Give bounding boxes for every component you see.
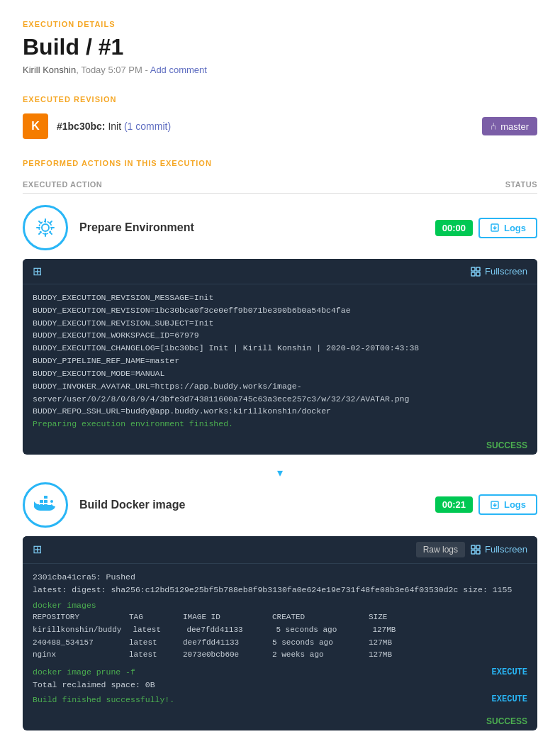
terminal-line: BUDDY_PIPELINE_REF_NAME=master xyxy=(33,355,527,367)
revision-info: #1bc30bc: Init (1 commit) xyxy=(57,121,171,132)
terminal-line: latest: digest: sha256:c12bd5129e25bf5b7… xyxy=(33,584,527,596)
fullscreen-btn-2[interactable]: Fullscreen xyxy=(471,544,527,555)
prepare-env-time: 00:00 xyxy=(435,220,473,236)
terminal-line: BUDDY_REPO_SSH_URL=buddy@app.buddy.works… xyxy=(33,405,527,418)
terminal-block-2: ⊞ Raw logs Fullscreen 2301cba41cra5: Pus… xyxy=(23,536,537,730)
revision-hash: #1bc30bc: xyxy=(57,121,105,132)
terminal-line: 2301cba41cra5: Pushed xyxy=(33,571,527,584)
terminal-1-header: ⊞ Fullscreen xyxy=(23,259,537,284)
prepare-env-right: 00:00 Logs xyxy=(435,218,537,238)
svg-point-13 xyxy=(50,500,53,503)
terminal-2-header-right: Raw logs Fullscreen xyxy=(416,542,527,557)
terminal-1-status: SUCCESS xyxy=(486,440,527,450)
terminal-success-line: Preparing execution environment finished… xyxy=(33,418,527,430)
revision-msg-text: Init xyxy=(108,121,121,132)
page-title: Build / #1 xyxy=(23,34,537,60)
branch-icon: ⑃ xyxy=(491,121,496,132)
docker-images-section: docker images REPOSITORY TAG IMAGE ID CR… xyxy=(33,599,527,706)
terminal-block-1: ⊞ Fullscreen BUDDY_EXECUTION_REVISION_ME… xyxy=(23,259,537,455)
svg-rect-6 xyxy=(476,272,480,276)
docker-logs-icon xyxy=(490,500,500,510)
col-action-header: EXECUTED ACTION xyxy=(23,180,102,189)
fullscreen-icon-2 xyxy=(471,545,481,555)
performed-actions-label: PERFORMED ACTIONS IN THIS EXECUTION xyxy=(23,159,537,167)
docker-action-name: Build Docker image xyxy=(79,499,424,511)
add-comment-link[interactable]: Add comment xyxy=(150,65,207,75)
svg-rect-12 xyxy=(44,496,47,499)
prepare-env-name: Prepare Environment xyxy=(79,221,424,234)
docker-icon-wrap xyxy=(23,482,68,528)
chevron-down-icon: ▾ xyxy=(277,466,283,479)
terminal-line: BUDDY_EXECUTION_WORKSPACE_ID=67979 xyxy=(33,329,527,342)
svg-rect-10 xyxy=(40,500,43,503)
timestamp: Today 5:07 PM xyxy=(81,65,142,75)
docker-table-row: nginx latest 2073e0bcb60e 2 weeks ago 12… xyxy=(33,649,527,662)
svg-rect-4 xyxy=(476,267,480,271)
docker-icon xyxy=(33,495,57,515)
action-row-docker: Build Docker image 00:21 Logs xyxy=(23,482,537,528)
docker-prune-cmd: docker image prune -f xyxy=(33,666,135,679)
executed-revision-label: EXECUTED REVISION xyxy=(23,95,537,104)
docker-images-cmd: docker images xyxy=(33,599,527,612)
svg-rect-15 xyxy=(471,545,475,549)
revision-row: K #1bc30bc: Init (1 commit) ⑃ master xyxy=(23,113,537,139)
svg-rect-11 xyxy=(44,500,47,503)
terminal-2-body: 2301cba41cra5: Pushed latest: digest: sh… xyxy=(23,564,537,713)
svg-rect-18 xyxy=(476,550,480,554)
terminal-icon-2: ⊞ xyxy=(33,543,42,556)
terminal-line: BUDDY_EXECUTION_REVISION=1bc30bca0f3ce0e… xyxy=(33,304,527,317)
docker-table-row: kirillkonshin/buddy latest dee7fdd41133 … xyxy=(33,624,527,637)
prepare-env-icon-wrap xyxy=(23,205,68,250)
execution-details-label: EXECUTION DETAILS xyxy=(23,20,537,28)
terminal-icon-1: ⊞ xyxy=(33,265,42,278)
execute-badge-1: EXECUTE xyxy=(492,666,527,679)
fullscreen-btn-1[interactable]: Fullscreen xyxy=(471,266,527,277)
svg-rect-17 xyxy=(471,550,475,554)
terminal-line: BUDDY_EXECUTION_REVISION_SUBJECT=Init xyxy=(33,317,527,330)
svg-rect-3 xyxy=(471,267,475,271)
author-name: Kirill Konshin xyxy=(23,65,76,75)
docker-time: 00:21 xyxy=(435,496,473,513)
terminal-1-footer: SUCCESS xyxy=(23,438,537,455)
docker-table: REPOSITORY TAG IMAGE ID CREATED SIZE kir… xyxy=(33,611,527,661)
terminal-2-status: SUCCESS xyxy=(486,716,527,726)
docker-logs-btn[interactable]: Logs xyxy=(478,494,537,515)
terminal-2-footer: SUCCESS xyxy=(23,713,537,730)
docker-table-row: 240488_534157 latest dee7fdd41133 5 seco… xyxy=(33,637,527,650)
fullscreen-icon-1 xyxy=(471,267,481,277)
avatar: K xyxy=(23,113,48,139)
docker-action-right: 00:21 Logs xyxy=(435,494,537,515)
svg-point-0 xyxy=(42,224,49,231)
col-status-header: STATUS xyxy=(505,180,537,189)
terminal-line: BUDDY_EXECUTION_CHANGELOG=[1bc30bc] Init… xyxy=(33,342,527,355)
branch-name: master xyxy=(500,121,529,132)
svg-rect-5 xyxy=(471,272,475,276)
reclaim-line: Total reclaimed space: 0B xyxy=(33,679,155,691)
action-row-prepare: Prepare Environment 00:00 Logs xyxy=(23,205,537,250)
terminal-1-body: BUDDY_EXECUTION_REVISION_MESSAGE=Init BU… xyxy=(23,284,537,438)
branch-badge: ⑃ master xyxy=(482,117,537,135)
chevron-between-actions: ▾ xyxy=(23,466,537,479)
terminal-2-header: ⊞ Raw logs Fullscreen xyxy=(23,536,537,564)
svg-rect-16 xyxy=(476,545,480,549)
docker-table-header: REPOSITORY TAG IMAGE ID CREATED SIZE xyxy=(33,611,527,624)
terminal-line: BUDDY_EXECUTION_MODE=MANUAL xyxy=(33,367,527,380)
logs-download-icon xyxy=(490,223,500,233)
terminal-line: BUDDY_EXECUTION_REVISION_MESSAGE=Init xyxy=(33,291,527,304)
raw-logs-btn[interactable]: Raw logs xyxy=(416,542,465,557)
revision-commits[interactable]: (1 commit) xyxy=(124,121,171,132)
actions-table-header: EXECUTED ACTION STATUS xyxy=(23,176,537,194)
build-finish-line: Build finished successfully!. xyxy=(33,694,174,706)
prepare-env-logs-btn[interactable]: Logs xyxy=(478,218,537,238)
prepare-env-icon xyxy=(34,216,57,239)
terminal-line: BUDDY_INVOKER_AVATAR_URL=https://app.bud… xyxy=(33,380,527,406)
execute-badge-2: EXECUTE xyxy=(492,693,527,706)
meta-line: Kirill Konshin, Today 5:07 PM - Add comm… xyxy=(23,65,537,75)
